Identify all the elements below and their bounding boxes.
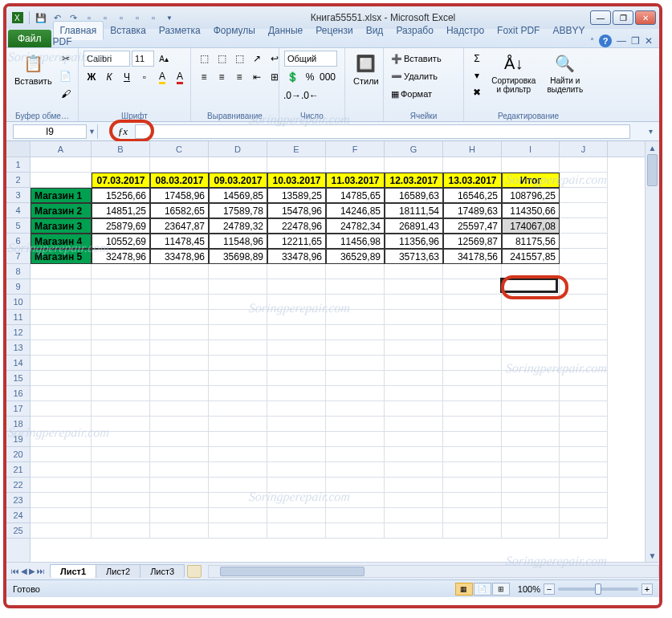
row-header[interactable]: 22	[6, 478, 30, 493]
cell[interactable]	[267, 340, 326, 356]
cell[interactable]	[502, 279, 560, 295]
cell[interactable]	[267, 508, 326, 523]
cell[interactable]	[326, 356, 385, 371]
cell[interactable]	[502, 401, 560, 417]
cell[interactable]	[209, 508, 267, 523]
format-cells-button[interactable]: ▦Формат	[389, 86, 444, 102]
cell[interactable]	[560, 462, 608, 478]
column-header[interactable]: A	[31, 141, 92, 157]
cell[interactable]: 18111,54	[385, 203, 443, 218]
cell[interactable]	[560, 401, 608, 417]
cell[interactable]	[502, 462, 560, 478]
cell[interactable]	[443, 157, 502, 173]
cell[interactable]	[209, 295, 267, 310]
cell[interactable]	[326, 310, 385, 325]
row-header[interactable]: 4	[6, 203, 30, 218]
cell[interactable]	[150, 493, 209, 508]
cell[interactable]	[92, 462, 150, 478]
cell[interactable]	[31, 340, 92, 356]
cell[interactable]	[385, 295, 443, 310]
percent-icon[interactable]: %	[302, 69, 318, 85]
cell[interactable]	[560, 493, 608, 508]
column-header[interactable]: B	[92, 141, 150, 157]
cell[interactable]: 17589,78	[209, 203, 267, 218]
cell[interactable]	[31, 401, 92, 417]
cell[interactable]	[31, 310, 92, 325]
cell[interactable]	[326, 401, 385, 417]
currency-icon[interactable]: 💲	[284, 69, 300, 85]
indent-dec-icon[interactable]: ⇤	[249, 69, 265, 85]
cell[interactable]	[31, 447, 92, 462]
cell[interactable]: 108796,25	[502, 188, 560, 203]
copy-icon[interactable]: 📄	[58, 68, 74, 84]
row-header[interactable]: 6	[6, 234, 30, 249]
ribbon-tab[interactable]: Разрабо	[389, 22, 440, 39]
cell[interactable]: 26891,43	[385, 218, 443, 234]
cell[interactable]	[502, 295, 560, 310]
cell[interactable]	[326, 432, 385, 447]
cell[interactable]	[560, 356, 608, 371]
cell[interactable]	[267, 493, 326, 508]
cell[interactable]	[267, 295, 326, 310]
cell[interactable]	[267, 432, 326, 447]
cell[interactable]	[209, 432, 267, 447]
cell[interactable]	[209, 356, 267, 371]
cell[interactable]: 16589,63	[385, 188, 443, 203]
column-header[interactable]: G	[385, 141, 443, 157]
cell[interactable]	[267, 447, 326, 462]
cell[interactable]	[92, 371, 150, 386]
cell[interactable]	[502, 523, 560, 539]
cell[interactable]: 12211,65	[267, 234, 326, 249]
cell[interactable]	[150, 264, 209, 279]
cell[interactable]	[326, 295, 385, 310]
column-header[interactable]: D	[209, 141, 267, 157]
cell[interactable]	[267, 279, 326, 295]
cell[interactable]	[385, 356, 443, 371]
row-header[interactable]: 3	[6, 188, 30, 203]
cell[interactable]	[209, 401, 267, 417]
cell[interactable]: 15256,66	[92, 188, 150, 203]
cell[interactable]	[326, 264, 385, 279]
row-header[interactable]: 12	[6, 325, 30, 340]
cell[interactable]	[443, 447, 502, 462]
cell[interactable]: 14851,25	[92, 203, 150, 218]
cell[interactable]	[560, 157, 608, 173]
cell[interactable]	[209, 478, 267, 493]
ribbon-tab[interactable]: Разметка	[153, 22, 207, 39]
cell[interactable]	[502, 264, 560, 279]
row-header[interactable]: 18	[6, 417, 30, 432]
cell[interactable]: 16582,65	[150, 203, 209, 218]
cell[interactable]: 11478,45	[150, 234, 209, 249]
row-header[interactable]: 20	[6, 447, 30, 462]
cell[interactable]	[385, 462, 443, 478]
cell[interactable]	[443, 417, 502, 432]
grid-main[interactable]: ABCDEFGHIJ07.03.201708.03.201709.03.2017…	[31, 141, 645, 562]
cell[interactable]: 17458,96	[150, 188, 209, 203]
cell[interactable]	[209, 310, 267, 325]
cell[interactable]: Магазин 2	[31, 203, 92, 218]
orientation-icon[interactable]: ↗	[249, 51, 265, 67]
cell[interactable]	[326, 279, 385, 295]
fill-icon[interactable]: ▾	[469, 67, 485, 83]
ribbon-tab[interactable]: Рецензи	[309, 22, 359, 39]
zoom-level[interactable]: 100%	[518, 584, 540, 594]
minimize-button[interactable]: —	[590, 10, 611, 25]
cell[interactable]	[443, 264, 502, 279]
cell[interactable]	[31, 325, 92, 340]
cell[interactable]	[92, 508, 150, 523]
view-page-layout-button[interactable]: 📄	[474, 583, 491, 596]
row-header[interactable]: 15	[6, 371, 30, 386]
cell[interactable]	[560, 478, 608, 493]
cell[interactable]	[560, 325, 608, 340]
cell[interactable]: 11548,96	[209, 234, 267, 249]
cell[interactable]: 24789,32	[209, 218, 267, 234]
cell[interactable]: 14785,65	[326, 188, 385, 203]
cell[interactable]	[502, 447, 560, 462]
row-header[interactable]: 17	[6, 401, 30, 417]
cell[interactable]	[560, 188, 608, 203]
row-header[interactable]: 2	[6, 173, 30, 188]
tab-nav-next-icon[interactable]: ▶	[29, 567, 35, 575]
cell[interactable]	[326, 325, 385, 340]
cell[interactable]	[443, 523, 502, 539]
cell[interactable]	[267, 356, 326, 371]
